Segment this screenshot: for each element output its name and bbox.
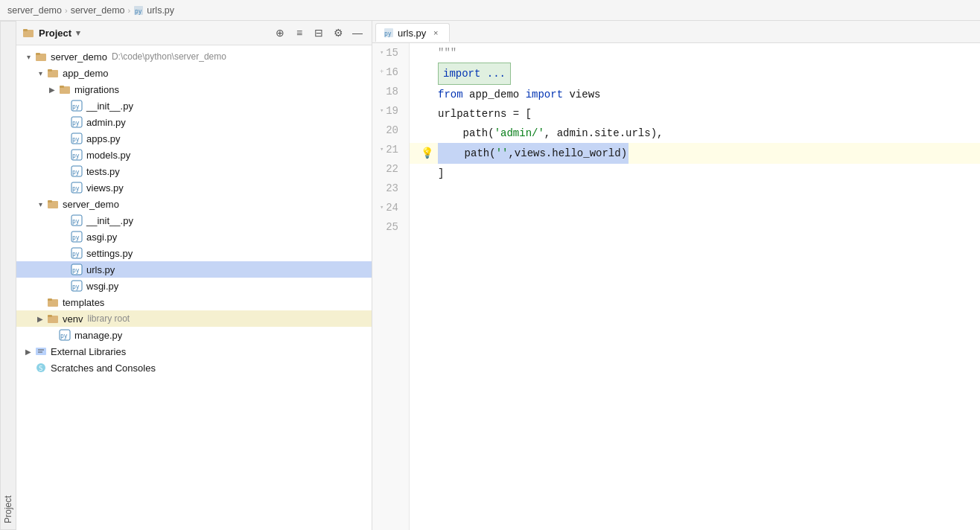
tab-bar: py urls.py × <box>372 21 980 43</box>
svg-rect-5 <box>36 53 40 55</box>
tree-label: External Libraries <box>51 346 126 357</box>
line-num-21: ▾21 <box>378 140 403 159</box>
editor-area: py urls.py × ▾15 +16 18 ▾19 20 <box>372 21 980 530</box>
tree-item-views[interactable]: py views.py <box>16 179 372 196</box>
svg-text:py: py <box>72 103 80 110</box>
sidebar-title[interactable]: Project ▾ <box>22 27 267 39</box>
hide-btn[interactable]: — <box>349 25 366 41</box>
tree-label: templates <box>63 297 104 308</box>
code-line-15: """ <box>410 43 980 63</box>
svg-rect-23 <box>48 200 52 202</box>
tree-item-urls[interactable]: py urls.py <box>16 261 372 278</box>
settings-btn[interactable]: ⚙ <box>330 25 346 41</box>
sidebar-header: Project ▾ ⊕ ≡ ⊟ ⚙ — <box>16 21 372 45</box>
lightbulb-icon[interactable]: 💡 <box>421 144 433 163</box>
py-file-icon: py <box>70 246 83 260</box>
tree-item-server-demo-pkg[interactable]: ▾ server_demo <box>16 196 372 212</box>
tree-item-apps[interactable]: py apps.py <box>16 130 372 147</box>
svg-text:py: py <box>72 185 80 192</box>
svg-rect-37 <box>48 315 52 317</box>
py-file-icon: py <box>70 214 83 227</box>
tree-item-init-server[interactable]: py __init__.py <box>16 212 372 229</box>
tree-item-migrations[interactable]: ▶ migrations <box>16 81 372 98</box>
breadcrumb-item-2[interactable]: server_demo <box>71 5 125 16</box>
code-token-from: from <box>438 85 463 104</box>
scratches-icon: S <box>34 361 48 374</box>
tree-label: apps.py <box>86 133 121 144</box>
code-line-23: 💡 path('',views.hello_world) <box>410 143 980 164</box>
tree-item-tests[interactable]: py tests.py <box>16 163 372 179</box>
tree-item-wsgi[interactable]: py wsgi.py <box>16 278 372 294</box>
svg-text:py: py <box>72 284 80 290</box>
line-numbers: ▾15 +16 18 ▾19 20 ▾21 22 23 ▾24 25 <box>372 43 410 530</box>
svg-rect-7 <box>48 69 52 71</box>
py-file-icon: py <box>70 115 83 129</box>
tree-item-venv[interactable]: ▶ venv library root <box>16 310 372 327</box>
breadcrumb-item-1[interactable]: server_demo <box>7 5 62 16</box>
line-num-23: 23 <box>378 179 403 198</box>
tree-label: settings.py <box>86 248 133 259</box>
tree-label: venv <box>63 313 83 325</box>
svg-text:py: py <box>60 333 68 339</box>
tab-label: urls.py <box>398 28 426 39</box>
tree-label: tests.py <box>86 166 120 177</box>
expand-btn[interactable]: ⊟ <box>311 25 327 41</box>
folder-icon <box>46 312 60 325</box>
py-file-icon: py <box>133 5 144 16</box>
collapse-all-btn[interactable]: ≡ <box>291 25 308 41</box>
folder-icon <box>22 27 34 39</box>
tree-item-external-libs[interactable]: ▶ External Libraries <box>16 343 372 360</box>
svg-text:py: py <box>72 136 80 143</box>
folder-icon <box>46 296 60 309</box>
tree-item-settings[interactable]: py settings.py <box>16 245 372 261</box>
line-num-25: 25 <box>378 217 403 237</box>
code-token: """ <box>438 43 456 63</box>
code-line-19: from app_demo import views <box>410 85 980 104</box>
tree-item-admin[interactable]: py admin.py <box>16 114 372 130</box>
tree-arrow: ▶ <box>22 348 34 356</box>
svg-text:py: py <box>384 31 392 37</box>
tab-close-btn[interactable]: × <box>430 27 442 39</box>
svg-text:py: py <box>72 169 80 176</box>
gutter-23: 💡 <box>416 144 438 163</box>
svg-text:py: py <box>72 267 80 274</box>
tree-item-manage[interactable]: py manage.py <box>16 327 372 343</box>
py-file-icon: py <box>70 148 83 162</box>
code-content[interactable]: """ import ... from app_demo import <box>410 43 980 530</box>
svg-rect-35 <box>48 298 52 301</box>
line-num-24: ▾24 <box>378 198 403 217</box>
tree-item-templates[interactable]: templates <box>16 294 372 310</box>
tree-item-server-demo-root[interactable]: ▾ server_demo D:\code\python\server_demo <box>16 48 372 65</box>
py-file-icon: py <box>70 279 83 293</box>
py-file-icon: py <box>70 263 83 276</box>
tree-item-scratches[interactable]: S Scratches and Consoles <box>16 360 372 376</box>
tree-label: Scratches and Consoles <box>51 363 156 374</box>
project-tree: ▾ server_demo D:\code\python\server_demo… <box>16 45 372 530</box>
tree-item-app-demo[interactable]: ▾ app_demo <box>16 65 372 81</box>
tree-label: __init__.py <box>86 100 133 112</box>
project-sidebar: Project ▾ ⊕ ≡ ⊟ ⚙ — ▾ server_demo D:\co <box>16 21 372 530</box>
svg-text:py: py <box>72 153 80 159</box>
code-line-24: ] <box>410 164 980 183</box>
locate-file-btn[interactable]: ⊕ <box>272 25 288 41</box>
project-panel-tab[interactable]: Project <box>0 21 16 530</box>
folder-icon <box>46 66 60 80</box>
tree-label: wsgi.py <box>86 281 118 292</box>
tree-item-models[interactable]: py models.py <box>16 147 372 163</box>
py-file-icon: py <box>58 328 71 342</box>
sidebar-dropdown-icon[interactable]: ▾ <box>76 28 80 38</box>
svg-text:S: S <box>39 365 42 372</box>
tree-item-asgi[interactable]: py asgi.py <box>16 229 372 245</box>
tree-label: admin.py <box>86 117 126 128</box>
tree-item-init-app[interactable]: py __init__.py <box>16 98 372 114</box>
svg-rect-40 <box>36 348 46 355</box>
breadcrumb-sep-2: › <box>128 6 131 15</box>
tree-sublabel-venv: library root <box>87 313 130 324</box>
tree-sublabel: D:\code\python\server_demo <box>112 51 226 62</box>
line-num-15: ▾15 <box>378 43 403 63</box>
editor-tab-urls[interactable]: py urls.py × <box>375 23 450 42</box>
code-editor[interactable]: ▾15 +16 18 ▾19 20 ▾21 22 23 ▾24 25 <box>372 43 980 530</box>
svg-text:py: py <box>135 8 142 15</box>
tree-arrow: ▾ <box>34 69 46 77</box>
folder-icon <box>34 50 48 63</box>
